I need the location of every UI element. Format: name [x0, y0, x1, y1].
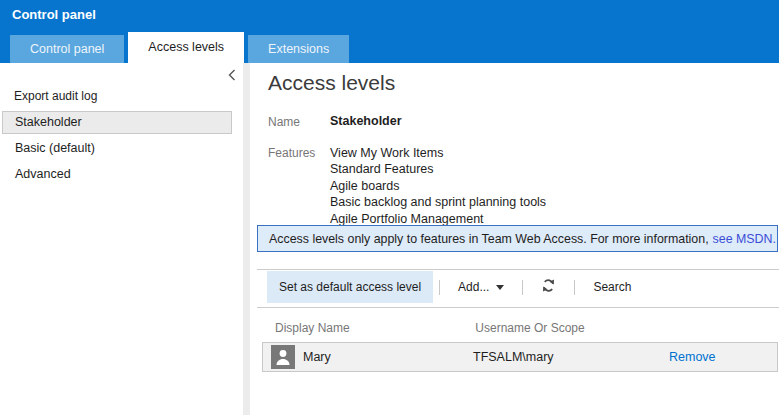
collapse-sidebar-button[interactable] [226, 69, 238, 83]
sidebar-scrollbar[interactable] [243, 63, 250, 415]
export-audit-log-link[interactable]: Export audit log [14, 89, 97, 103]
toolbar-separator [439, 280, 440, 295]
username-cell: TFSALM\mary [473, 343, 554, 371]
set-default-access-level-button[interactable]: Set as default access level [267, 271, 433, 303]
add-button[interactable]: Add... [446, 271, 516, 303]
toolbar: Set as default access level Add... Searc… [267, 271, 779, 303]
main-panel: Access levels Name Stakeholder Features … [250, 63, 779, 415]
refresh-button[interactable] [529, 271, 568, 303]
info-bar: Access levels only apply to features in … [257, 225, 778, 252]
table-row[interactable]: Mary TFSALM\mary Remove [262, 342, 778, 372]
toolbar-separator [574, 280, 575, 295]
feature-item: Agile boards [330, 178, 546, 194]
person-icon [271, 358, 295, 369]
table-header: Display Name Username Or Scope [275, 321, 779, 335]
sidebar-item-basic[interactable]: Basic (default) [2, 137, 232, 160]
search-button[interactable]: Search [581, 271, 643, 303]
column-username-or-scope: Username Or Scope [475, 321, 584, 335]
tab-extensions[interactable]: Extensions [248, 35, 349, 63]
display-name-cell: Mary [303, 343, 331, 371]
chevron-down-icon [496, 285, 504, 290]
tab-access-levels[interactable]: Access levels [128, 32, 244, 63]
avatar [271, 345, 295, 369]
info-bar-text: Access levels only apply to features in … [269, 232, 709, 246]
feature-item: View My Work Items [330, 145, 546, 161]
toolbar-separator [522, 280, 523, 295]
sidebar: Export audit log Stakeholder Basic (defa… [0, 63, 243, 415]
sidebar-item-advanced[interactable]: Advanced [2, 163, 232, 186]
toolbar-top-divider [257, 269, 779, 270]
features-label: Features [268, 146, 315, 160]
sidebar-item-stakeholder[interactable]: Stakeholder [2, 111, 232, 134]
refresh-icon [541, 278, 556, 296]
name-value: Stakeholder [330, 114, 402, 128]
name-label: Name [268, 115, 300, 129]
feature-item: Basic backlog and sprint planning tools [330, 194, 546, 210]
msdn-link[interactable]: see MSDN [713, 232, 773, 246]
access-level-list: Stakeholder Basic (default) Advanced [2, 111, 232, 189]
tab-bar: Control panel Access levels Extensions [10, 32, 349, 63]
feature-item: Standard Features [330, 161, 546, 177]
add-button-label: Add... [458, 280, 489, 294]
info-bar-suffix: . [773, 232, 776, 246]
column-display-name: Display Name [275, 321, 472, 335]
page-title: Control panel [12, 7, 96, 22]
tab-control-panel[interactable]: Control panel [10, 35, 124, 63]
chevron-left-icon [228, 67, 236, 85]
header-bar: Control panel Control panel Access level… [0, 0, 779, 63]
remove-link[interactable]: Remove [669, 343, 716, 371]
section-heading: Access levels [268, 71, 395, 95]
toolbar-bottom-divider [257, 307, 779, 308]
features-list: View My Work Items Standard Features Agi… [330, 145, 546, 227]
